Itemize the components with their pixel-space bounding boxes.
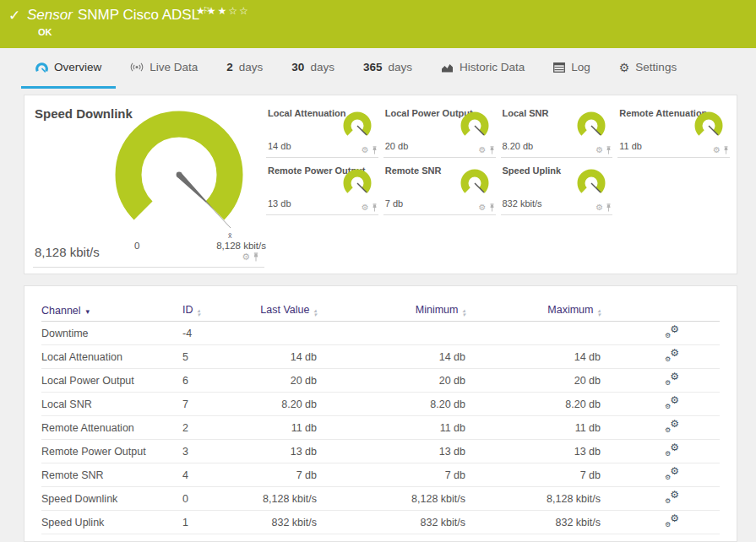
last-value: 8.20 db xyxy=(237,398,317,410)
gear-icon[interactable]: ⚙ xyxy=(242,252,250,262)
edit-channel-gears-icon[interactable]: ⚙⚙ xyxy=(665,491,679,504)
gear-icon[interactable]: ⚙ xyxy=(362,203,369,212)
column-header-channel[interactable]: Channel▾ xyxy=(41,305,182,317)
gear-icon[interactable]: ⚙ xyxy=(596,146,603,154)
mini-gauge xyxy=(338,167,375,201)
gauge-cell-local-power-output[interactable]: Local Power Output 20 db ⚙ xyxy=(383,106,496,158)
table-row-local-power-output[interactable]: Local Power Output 6 20 db 20 db 20 db ⚙… xyxy=(41,369,720,393)
table-row-downtime[interactable]: Downtime -4 ⚙⚙ xyxy=(41,322,720,345)
gauge-scale: 0 8,128 kbit/s xyxy=(134,241,266,251)
gauge-cell-controls: ⚙ xyxy=(242,252,259,262)
channel-id: 7 xyxy=(182,398,237,410)
channel-name[interactable]: Remote Power Output xyxy=(41,446,182,458)
main-gauge-cell[interactable]: Speed Downlink x̄ 0 8,128 kbit/s 8,128 k… xyxy=(24,95,266,274)
tab-overview[interactable]: Overview xyxy=(21,48,116,89)
gear-icon[interactable]: ⚙ xyxy=(596,203,603,212)
gauge-cell-controls: ⚙ xyxy=(596,203,612,212)
status-badge: OK xyxy=(38,27,52,37)
priority-stars[interactable]: ★★★☆☆ xyxy=(196,5,250,17)
gauge-cell-local-attenuation[interactable]: Local Attenuation 14 db ⚙ xyxy=(266,106,378,158)
channel-id: 0 xyxy=(182,493,237,505)
sensor-name: SNMP Cisco ADSL xyxy=(78,7,199,23)
tab-label: Historic Data xyxy=(460,61,525,73)
pin-icon[interactable] xyxy=(606,203,612,212)
tab-log[interactable]: Log xyxy=(539,48,605,89)
pin-icon[interactable] xyxy=(253,252,259,262)
minimum-value: 20 db xyxy=(317,375,465,387)
edit-channel-gears-icon[interactable]: ⚙⚙ xyxy=(665,420,679,433)
channel-name[interactable]: Local Power Output xyxy=(41,375,182,387)
column-header-maximum[interactable]: Maximum▴▾ xyxy=(465,304,601,317)
column-header-minimum[interactable]: Minimum▴▾ xyxy=(317,304,465,317)
tab-number: 30 xyxy=(291,61,304,73)
table-row-local-snr[interactable]: Local SNR 7 8.20 db 8.20 db 8.20 db ⚙⚙ xyxy=(41,393,720,416)
gauge-cell-remote-attenuation[interactable]: Remote Attenuation 11 db ⚙ xyxy=(617,106,730,158)
edit-channel-gears-icon[interactable]: ⚙⚙ xyxy=(665,397,679,409)
tab-settings[interactable]: ⚙ Settings xyxy=(605,48,691,89)
gauge-cell-local-snr[interactable]: Local SNR 8.20 db ⚙ xyxy=(501,106,613,158)
channel-name[interactable]: Remote Attenuation xyxy=(41,422,182,434)
edit-channel-gears-icon[interactable]: ⚙⚙ xyxy=(665,326,679,339)
pin-icon[interactable] xyxy=(489,203,495,212)
pin-icon[interactable] xyxy=(723,146,729,154)
channel-name[interactable]: Local SNR xyxy=(41,398,182,410)
table-row-remote-snr[interactable]: Remote SNR 4 7 db 7 db 7 db ⚙⚙ xyxy=(41,463,720,487)
gauge-title: Local SNR xyxy=(503,108,549,118)
sort-icon[interactable]: ▴▾ xyxy=(198,309,201,317)
tab-number: 365 xyxy=(363,61,383,73)
column-header-last-value[interactable]: Last Value▴▾ xyxy=(237,304,317,317)
tab-historic-data[interactable]: Historic Data xyxy=(427,48,539,89)
gear-icon[interactable]: ⚙ xyxy=(362,146,369,154)
channel-name[interactable]: Local Attenuation xyxy=(41,351,182,363)
gear-icon[interactable]: ⚙ xyxy=(479,146,487,154)
edit-channel-gears-icon[interactable]: ⚙⚙ xyxy=(665,444,679,457)
maximum-value: 8.20 db xyxy=(465,398,601,410)
pin-icon[interactable] xyxy=(489,146,495,154)
channel-id: -4 xyxy=(182,328,237,339)
edit-channel-gears-icon[interactable]: ⚙⚙ xyxy=(665,350,679,362)
gauge-cell-controls: ⚙ xyxy=(362,203,378,212)
gear-icon: ⚙ xyxy=(619,62,630,73)
edit-channel-gears-icon[interactable]: ⚙⚙ xyxy=(665,515,679,528)
channel-name[interactable]: Remote SNR xyxy=(41,469,182,481)
table-row-remote-power-output[interactable]: Remote Power Output 3 13 db 13 db 13 db … xyxy=(41,440,720,463)
last-value: 20 db xyxy=(237,375,317,387)
cell-divider xyxy=(33,267,264,268)
gauge-cell-speed-uplink[interactable]: Speed Uplink 832 kbit/s ⚙ xyxy=(501,164,613,215)
minimum-value: 7 db xyxy=(317,469,465,481)
gauge-cell-remote-power-output[interactable]: Remote Power Output 13 db ⚙ xyxy=(266,164,378,215)
mini-gauge xyxy=(455,110,492,144)
scale-max-label: 8,128 kbit/s xyxy=(216,241,266,251)
gauge-value: 20 db xyxy=(385,141,409,151)
maximum-value: 11 db xyxy=(465,422,601,434)
tab-number: 2 xyxy=(226,61,233,73)
edit-channel-gears-icon[interactable]: ⚙⚙ xyxy=(665,373,679,386)
pin-icon[interactable] xyxy=(372,146,378,154)
gauge-icon xyxy=(35,62,48,73)
channel-name[interactable]: Downtime xyxy=(41,328,182,339)
gauge-cell-remote-snr[interactable]: Remote SNR 7 db ⚙ xyxy=(383,164,496,215)
channel-id: 2 xyxy=(182,422,237,434)
tab-30-days[interactable]: 30 days xyxy=(277,48,349,89)
gear-icon[interactable]: ⚙ xyxy=(479,203,487,212)
sort-icon[interactable]: ▴▾ xyxy=(597,309,601,317)
table-row-remote-attenuation[interactable]: Remote Attenuation 2 11 db 11 db 11 db ⚙… xyxy=(41,416,720,440)
tab-label: days xyxy=(239,61,264,73)
tab-live-data[interactable]: Live Data xyxy=(116,48,212,89)
table-row-local-attenuation[interactable]: Local Attenuation 5 14 db 14 db 14 db ⚙⚙ xyxy=(41,345,720,369)
table-row-speed-downlink[interactable]: Speed Downlink 0 8,128 kbit/s 8,128 kbit… xyxy=(41,487,720,511)
pin-icon[interactable] xyxy=(606,146,612,154)
channel-name[interactable]: Speed Downlink xyxy=(41,493,182,505)
gear-icon[interactable]: ⚙ xyxy=(713,146,721,154)
channel-id: 3 xyxy=(182,446,237,458)
pin-icon[interactable] xyxy=(372,203,378,212)
tab-2-days[interactable]: 2 days xyxy=(212,48,277,89)
channel-name[interactable]: Speed Uplink xyxy=(41,517,182,528)
sort-desc-icon[interactable]: ▾ xyxy=(86,307,90,316)
table-row-speed-uplink[interactable]: Speed Uplink 1 832 kbit/s 832 kbit/s 832… xyxy=(41,511,720,534)
channel-table-panel: Channel▾ ID▴▾ Last Value▴▾ Minimum▴▾ Max… xyxy=(24,285,737,542)
log-list-icon xyxy=(553,62,565,73)
column-header-id[interactable]: ID▴▾ xyxy=(182,304,237,317)
edit-channel-gears-icon[interactable]: ⚙⚙ xyxy=(665,468,679,480)
tab-365-days[interactable]: 365 days xyxy=(349,48,427,89)
